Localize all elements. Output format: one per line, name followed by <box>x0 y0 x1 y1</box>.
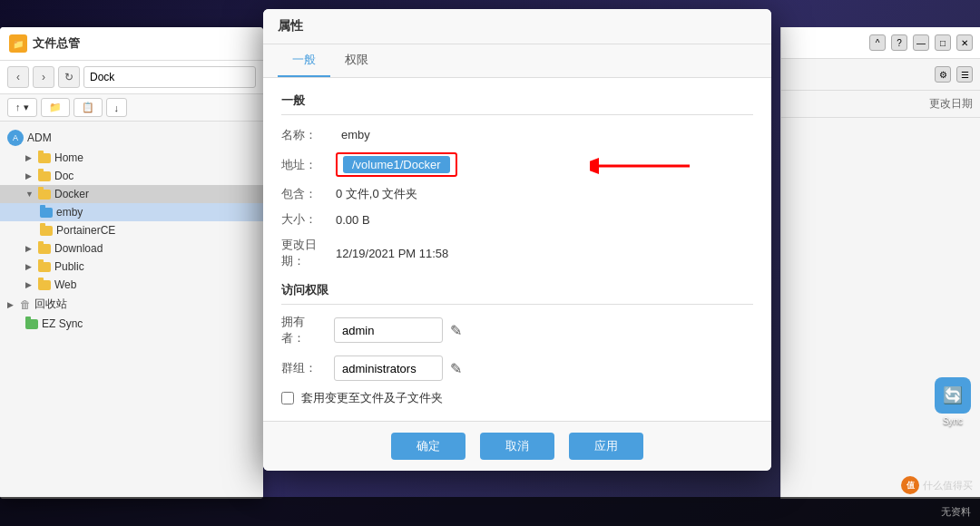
tree-item-adm[interactable]: A ADM <box>0 127 263 149</box>
right-panel-icons: ⚙ ☰ <box>781 59 980 91</box>
tree-item-portainer[interactable]: PortainerCE <box>0 221 263 239</box>
confirm-button[interactable]: 确定 <box>391 433 466 460</box>
tree-item-download[interactable]: ▶ Download <box>0 239 263 258</box>
right-panel: ^ ? — □ ✕ ⚙ ☰ 更改日期 🔄 Sync <box>780 27 980 499</box>
tree-item-web[interactable]: ▶ Web <box>0 276 263 294</box>
file-tree: A ADM ▶ Home ▶ Doc ▼ Docker emby Por <box>0 122 263 499</box>
name-label: 名称： <box>281 127 336 143</box>
tree-label-doc: Doc <box>54 170 74 182</box>
section-general-title: 一般 <box>281 93 753 115</box>
help-button[interactable]: ^ <box>869 34 886 51</box>
form-row-contains: 包含： 0 文件,0 文件夹 <box>281 186 753 202</box>
right-panel-header: ^ ? — □ ✕ <box>781 27 980 59</box>
tree-item-docker[interactable]: ▼ Docker <box>0 185 263 203</box>
dialog-tabs: 一般 权限 <box>263 44 771 78</box>
view-toggle-button[interactable]: ☰ <box>956 66 973 83</box>
minimize-button[interactable]: — <box>913 34 929 51</box>
address-value: /volume1/Docker <box>343 156 450 173</box>
form-row-address: 地址： /volume1/Docker <box>281 152 753 177</box>
owner-label: 拥有者： <box>281 314 327 346</box>
form-row-size: 大小： 0.00 B <box>281 211 753 228</box>
date-label: 更改日期： <box>281 237 336 269</box>
dialog-body: 一般 名称： emby 地址： /volume1/Docker <box>263 78 771 421</box>
download-button[interactable]: ↓ <box>106 98 128 117</box>
file-manager-icon: 📁 <box>9 34 27 53</box>
file-manager-title: 文件总管 <box>33 35 80 52</box>
newfolder-button[interactable]: 📁 <box>41 98 70 117</box>
tab-permissions[interactable]: 权限 <box>330 44 383 77</box>
folder-icon-doc <box>38 171 51 181</box>
group-label: 群组： <box>281 360 327 376</box>
taskbar: 无资料 <box>0 497 980 526</box>
recycle-icon: 🗑 <box>20 298 31 311</box>
perm-row-owner: 拥有者： ✎ <box>281 314 753 346</box>
folder-icon-docker <box>38 190 51 200</box>
file-manager-window: 📁 文件总管 ‹ › ↻ ↑ ▾ 📁 📋 ↓ A ADM ▶ Home ▶ Do… <box>0 27 263 499</box>
sync-icon-label: Sync <box>943 416 963 426</box>
folder-icon-ezsync <box>25 319 38 329</box>
address-bar[interactable] <box>83 66 256 88</box>
upload-button[interactable]: ↑ ▾ <box>7 98 37 117</box>
tree-arrow-recycle: ▶ <box>7 300 16 309</box>
red-arrow-indicator <box>590 148 699 184</box>
tree-item-public[interactable]: ▶ Public <box>0 258 263 276</box>
tree-arrow-docker: ▼ <box>25 190 34 199</box>
section-access-title: 访问权限 <box>281 282 753 305</box>
folder-icon-emby <box>40 208 53 218</box>
dialog-title: 属性 <box>278 18 303 34</box>
apply-recursive-label: 套用变更至文件及子文件夹 <box>301 390 443 406</box>
folder-icon-home <box>38 153 51 163</box>
dialog-footer: 确定 取消 应用 <box>263 421 771 471</box>
apply-recursive-checkbox[interactable] <box>281 392 294 404</box>
owner-edit-icon[interactable]: ✎ <box>450 322 462 339</box>
tree-label-portainer: PortainerCE <box>56 224 115 237</box>
tree-item-doc[interactable]: ▶ Doc <box>0 167 263 185</box>
maximize-button[interactable]: □ <box>935 34 951 51</box>
tree-item-recycle[interactable]: ▶ 🗑 回收站 <box>0 294 263 315</box>
group-edit-icon[interactable]: ✎ <box>450 360 462 377</box>
close-button[interactable]: ✕ <box>956 34 973 51</box>
tree-label-home: Home <box>54 151 83 164</box>
tree-label-recycle: 回收站 <box>34 297 67 312</box>
tree-label-emby: emby <box>56 206 83 219</box>
tree-item-ezsync[interactable]: EZ Sync <box>0 315 263 333</box>
perm-row-group: 群组： ✎ <box>281 356 753 381</box>
sync-icon: 🔄 <box>935 377 971 414</box>
address-label: 地址： <box>281 157 336 173</box>
forward-button[interactable]: › <box>33 66 54 88</box>
folder-icon-download <box>38 244 51 254</box>
refresh-button[interactable]: ↻ <box>58 66 80 88</box>
file-manager-nav-toolbar: ‹ › ↻ <box>0 61 263 94</box>
watermark: 值 什么值得买 <box>901 476 973 494</box>
sync-desktop-icon[interactable]: 🔄 Sync <box>935 377 971 426</box>
tree-arrow-public: ▶ <box>25 262 34 271</box>
tree-item-emby[interactable]: emby <box>0 203 263 221</box>
form-row-date: 更改日期： 12/19/2021 PM 11:58 <box>281 237 753 269</box>
size-value: 0.00 B <box>336 213 370 227</box>
group-input[interactable] <box>334 356 443 381</box>
tree-label-download: Download <box>54 242 103 255</box>
properties-dialog: 属性 一般 权限 一般 名称： emby 地址： /volume1/Docker <box>263 9 771 471</box>
apply-button[interactable]: 应用 <box>569 433 643 460</box>
taskbar-no-data: 无资料 <box>941 505 971 519</box>
dialog-titlebar: 属性 <box>263 9 771 44</box>
back-button[interactable]: ‹ <box>7 66 29 88</box>
tab-general[interactable]: 一般 <box>278 44 330 77</box>
tree-label-public: Public <box>54 260 84 273</box>
settings-icon[interactable]: ⚙ <box>935 66 951 83</box>
right-panel-content <box>781 118 980 499</box>
form-row-name: 名称： emby <box>281 126 753 143</box>
question-button[interactable]: ? <box>891 34 907 51</box>
tree-label-web: Web <box>54 278 76 291</box>
file-manager-action-toolbar: ↑ ▾ 📁 📋 ↓ <box>0 94 263 122</box>
tree-arrow-doc: ▶ <box>25 171 34 180</box>
apply-recursive-row: 套用变更至文件及子文件夹 <box>281 390 753 406</box>
cancel-button[interactable]: 取消 <box>480 433 554 460</box>
owner-input[interactable] <box>334 317 443 343</box>
tree-item-home[interactable]: ▶ Home <box>0 149 263 167</box>
adm-label: ADM <box>27 132 52 144</box>
tree-arrow-download: ▶ <box>25 244 34 253</box>
adm-avatar: A <box>7 130 24 146</box>
copy-button[interactable]: 📋 <box>74 98 103 117</box>
folder-icon-portainer <box>40 226 53 236</box>
